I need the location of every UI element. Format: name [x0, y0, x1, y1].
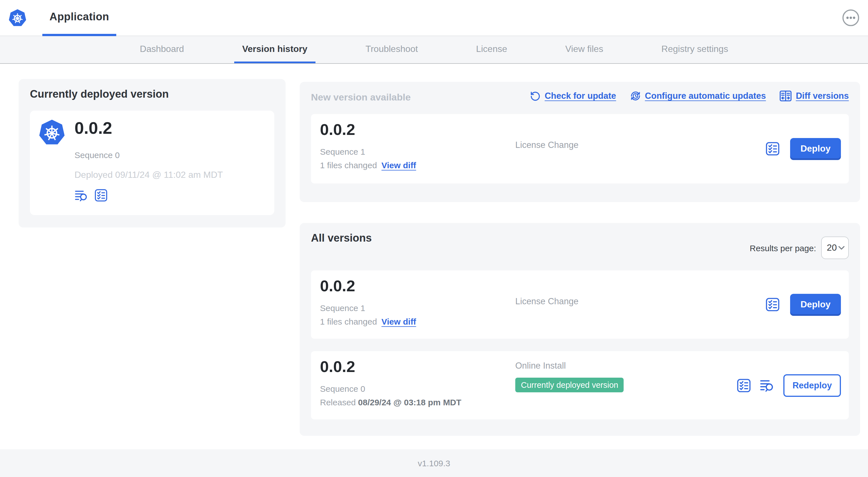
view-release-notes-icon[interactable]	[760, 378, 775, 392]
sequence-label: Sequence 1	[320, 147, 365, 156]
app-subnav: Dashboard Version history Troubleshoot L…	[0, 36, 868, 64]
clock-refresh-icon	[629, 90, 641, 101]
ellipsis-menu-button[interactable]	[842, 9, 860, 27]
all-versions-card: All versions Results per page: 20 0.0.2 …	[300, 223, 860, 436]
new-version-card: New version available Check for update	[300, 82, 860, 202]
currently-deployed-title: Currently deployed version	[30, 88, 169, 100]
tab-troubleshoot[interactable]: Troubleshoot	[358, 36, 426, 63]
refresh-icon	[530, 91, 541, 101]
currently-deployed-badge: Currently deployed version	[515, 378, 624, 392]
results-per-page-label: Results per page:	[750, 243, 816, 252]
chevron-down-icon	[838, 245, 845, 250]
tab-registry-settings[interactable]: Registry settings	[654, 36, 736, 63]
tab-dashboard[interactable]: Dashboard	[132, 36, 192, 63]
redeploy-button[interactable]: Redeploy	[783, 374, 841, 396]
app-header: Application	[0, 0, 868, 36]
files-changed: 1 files changedView diff	[320, 317, 416, 326]
version-source-label: License Change	[515, 296, 579, 306]
results-per-page: Results per page: 20	[750, 237, 849, 259]
deploy-button[interactable]: Deploy	[790, 138, 841, 160]
released-date: Released08/29/24 @ 03:18 pm MDT	[320, 397, 461, 407]
deployed-version-label: 0.0.2	[74, 119, 112, 138]
preflight-checks-icon[interactable]	[94, 188, 108, 202]
view-diff-link[interactable]: View diff	[381, 160, 416, 170]
files-changed: 1 files changedView diff	[320, 160, 416, 170]
app-footer: v1.109.3	[0, 449, 868, 477]
version-row: 0.0.2 Sequence 1 1 files changedView dif…	[311, 270, 849, 339]
preflight-checks-icon[interactable]	[737, 378, 751, 393]
deployed-version-panel: 0.0.2 Sequence 0 Deployed 09/11/24 @ 11:…	[30, 111, 274, 215]
diff-icon	[779, 90, 792, 101]
app-title: Application	[50, 11, 109, 23]
sequence-label: Sequence 0	[320, 384, 365, 393]
preflight-checks-icon[interactable]	[765, 297, 780, 312]
console-version-label: v1.109.3	[417, 458, 450, 468]
view-diff-link[interactable]: View diff	[381, 317, 416, 326]
all-versions-title: All versions	[311, 232, 372, 244]
kots-admin-page: Application Dashboard Version history Tr…	[0, 0, 868, 477]
configure-automatic-updates-link[interactable]: Configure automatic updates	[629, 90, 766, 101]
tab-version-history[interactable]: Version history	[234, 36, 315, 63]
preflight-checks-icon[interactable]	[765, 141, 780, 156]
check-for-update-link[interactable]: Check for update	[530, 91, 616, 101]
app-tab-application[interactable]: Application	[42, 0, 116, 36]
deployed-date-label: Deployed 09/11/24 @ 11:02 am MDT	[74, 170, 223, 180]
new-version-row: 0.0.2 Sequence 1 1 files changedView dif…	[311, 114, 849, 183]
deploy-button[interactable]: Deploy	[790, 294, 841, 316]
version-source-label: Online Install Currently deployed versio…	[515, 361, 624, 392]
view-release-notes-icon[interactable]	[74, 188, 89, 202]
diff-versions-link[interactable]: Diff versions	[779, 90, 849, 101]
deployed-sequence-label: Sequence 0	[74, 150, 120, 160]
kubernetes-logo-icon	[38, 119, 66, 147]
sequence-label: Sequence 1	[320, 303, 365, 313]
tab-view-files[interactable]: View files	[557, 36, 611, 63]
new-version-title: New version available	[311, 92, 410, 103]
version-label: 0.0.2	[320, 121, 355, 139]
version-label: 0.0.2	[320, 277, 355, 295]
results-per-page-select[interactable]: 20	[821, 237, 849, 259]
tab-license[interactable]: License	[468, 36, 515, 63]
version-source-label: License Change	[515, 140, 579, 150]
kubernetes-logo-icon	[8, 8, 27, 28]
new-version-actions: Check for update Configure automatic upd…	[530, 90, 849, 101]
currently-deployed-card: Currently deployed version	[19, 79, 286, 228]
version-label: 0.0.2	[320, 358, 355, 376]
version-row: 0.0.2 Sequence 0 Released08/29/24 @ 03:1…	[311, 351, 849, 419]
results-per-page-value: 20	[827, 243, 838, 253]
